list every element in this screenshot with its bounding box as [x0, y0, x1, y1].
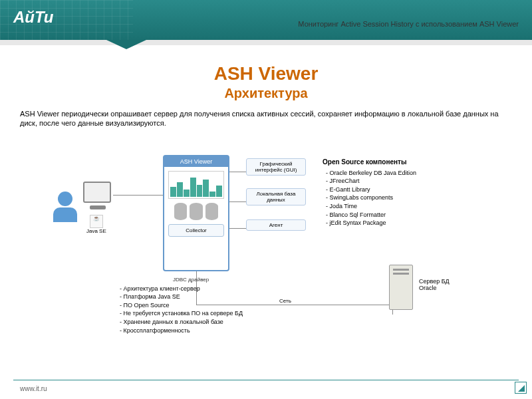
localdb-box: Локальная база данных [246, 188, 306, 205]
company-logo: АйТи [13, 8, 53, 27]
gui-box: Графический интерфейс (GUI) [246, 158, 306, 176]
connector-line [229, 201, 246, 202]
collector-label: Collector [168, 224, 224, 237]
ash-viewer-box: ASH Viewer Collector [163, 155, 229, 271]
java-label: ☕ Java SE [86, 215, 106, 234]
slide-content: ASH Viewer Архитектура ASH Viewer период… [0, 40, 532, 344]
connector-line [113, 195, 163, 196]
agent-box: Агент [246, 219, 306, 231]
header-divider [0, 40, 532, 45]
architecture-list: - Архитектура клиент-сервер - Платформа … [120, 285, 243, 335]
monitor-icon [83, 182, 111, 203]
opensource-title: Open Source компоненты [323, 158, 407, 166]
connector-line [229, 172, 246, 172]
main-title: ASH Viewer [20, 63, 512, 84]
opensource-list: - Oracle Berkeley DB Java Edition - JFre… [326, 169, 416, 227]
footer-url: www.it.ru [20, 385, 47, 392]
database-icon [174, 203, 218, 220]
header-triangle [106, 40, 146, 49]
server-label: Сервер БД Oracle [419, 278, 450, 293]
connector-line [229, 228, 246, 229]
description: ASH Viewer периодически опрашивает серве… [20, 109, 512, 128]
server-icon [389, 265, 416, 315]
slide-header: АйТи Мониторинг Active Session History с… [0, 0, 532, 40]
jdbc-label: JDBC драйвер [173, 277, 209, 283]
architecture-diagram: ☕ Java SE ASH Viewer Collector JDBC драй… [20, 138, 512, 331]
footer-divider [13, 380, 519, 380]
network-label: Сеть [279, 298, 291, 304]
ash-viewer-title: ASH Viewer [164, 156, 228, 167]
corner-icon [515, 382, 527, 394]
header-breadcrumb: Мониторинг Active Session History с испо… [298, 20, 519, 28]
user-icon [53, 192, 77, 222]
chart-icon [168, 171, 224, 199]
subtitle: Архитектура [20, 86, 512, 101]
